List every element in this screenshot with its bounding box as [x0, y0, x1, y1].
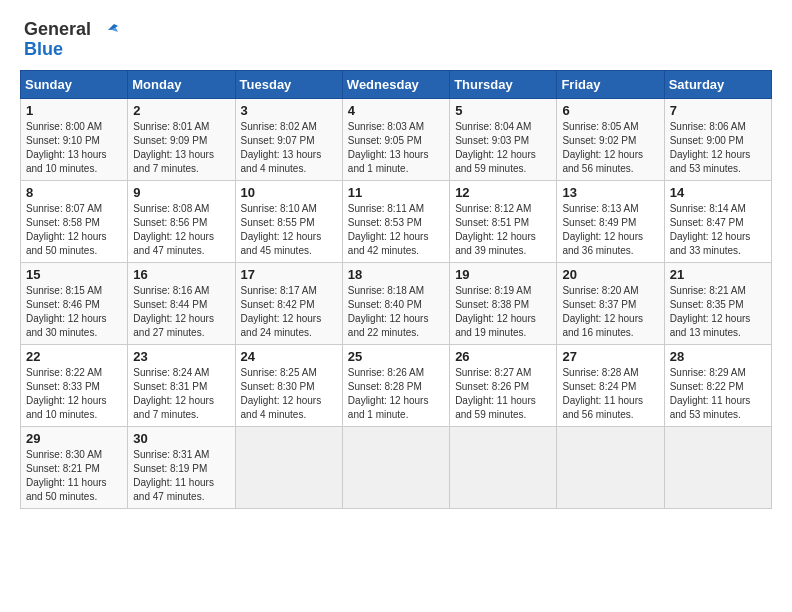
calendar-day-cell: 11Sunrise: 8:11 AMSunset: 8:53 PMDayligh… [342, 180, 449, 262]
day-number: 26 [455, 349, 551, 364]
day-number: 2 [133, 103, 229, 118]
calendar-day-cell: 23Sunrise: 8:24 AMSunset: 8:31 PMDayligh… [128, 344, 235, 426]
calendar-day-cell: 20Sunrise: 8:20 AMSunset: 8:37 PMDayligh… [557, 262, 664, 344]
day-info: Sunrise: 8:04 AMSunset: 9:03 PMDaylight:… [455, 120, 551, 176]
calendar-day-cell: 28Sunrise: 8:29 AMSunset: 8:22 PMDayligh… [664, 344, 771, 426]
day-number: 23 [133, 349, 229, 364]
day-number: 14 [670, 185, 766, 200]
header-monday: Monday [128, 70, 235, 98]
day-info: Sunrise: 8:30 AMSunset: 8:21 PMDaylight:… [26, 448, 122, 504]
day-info: Sunrise: 8:27 AMSunset: 8:26 PMDaylight:… [455, 366, 551, 422]
header-thursday: Thursday [450, 70, 557, 98]
calendar-day-cell: 6Sunrise: 8:05 AMSunset: 9:02 PMDaylight… [557, 98, 664, 180]
day-info: Sunrise: 8:25 AMSunset: 8:30 PMDaylight:… [241, 366, 337, 422]
calendar-day-cell: 18Sunrise: 8:18 AMSunset: 8:40 PMDayligh… [342, 262, 449, 344]
calendar-day-cell: 19Sunrise: 8:19 AMSunset: 8:38 PMDayligh… [450, 262, 557, 344]
day-info: Sunrise: 8:00 AMSunset: 9:10 PMDaylight:… [26, 120, 122, 176]
logo-blue: Blue [24, 40, 118, 60]
calendar-body: 1Sunrise: 8:00 AMSunset: 9:10 PMDaylight… [21, 98, 772, 508]
day-info: Sunrise: 8:14 AMSunset: 8:47 PMDaylight:… [670, 202, 766, 258]
calendar-week-row: 8Sunrise: 8:07 AMSunset: 8:58 PMDaylight… [21, 180, 772, 262]
calendar-day-cell: 8Sunrise: 8:07 AMSunset: 8:58 PMDaylight… [21, 180, 128, 262]
calendar-day-cell: 7Sunrise: 8:06 AMSunset: 9:00 PMDaylight… [664, 98, 771, 180]
calendar-day-cell [664, 426, 771, 508]
day-number: 12 [455, 185, 551, 200]
day-info: Sunrise: 8:22 AMSunset: 8:33 PMDaylight:… [26, 366, 122, 422]
calendar-day-cell: 30Sunrise: 8:31 AMSunset: 8:19 PMDayligh… [128, 426, 235, 508]
calendar-header-row: SundayMondayTuesdayWednesdayThursdayFrid… [21, 70, 772, 98]
day-info: Sunrise: 8:05 AMSunset: 9:02 PMDaylight:… [562, 120, 658, 176]
day-number: 19 [455, 267, 551, 282]
day-info: Sunrise: 8:31 AMSunset: 8:19 PMDaylight:… [133, 448, 229, 504]
day-number: 4 [348, 103, 444, 118]
calendar-day-cell: 16Sunrise: 8:16 AMSunset: 8:44 PMDayligh… [128, 262, 235, 344]
logo-general: General [24, 20, 118, 40]
calendar-week-row: 22Sunrise: 8:22 AMSunset: 8:33 PMDayligh… [21, 344, 772, 426]
calendar-day-cell [342, 426, 449, 508]
calendar-day-cell: 17Sunrise: 8:17 AMSunset: 8:42 PMDayligh… [235, 262, 342, 344]
day-info: Sunrise: 8:17 AMSunset: 8:42 PMDaylight:… [241, 284, 337, 340]
calendar-week-row: 29Sunrise: 8:30 AMSunset: 8:21 PMDayligh… [21, 426, 772, 508]
day-info: Sunrise: 8:28 AMSunset: 8:24 PMDaylight:… [562, 366, 658, 422]
header-tuesday: Tuesday [235, 70, 342, 98]
calendar-day-cell: 9Sunrise: 8:08 AMSunset: 8:56 PMDaylight… [128, 180, 235, 262]
day-number: 29 [26, 431, 122, 446]
day-number: 17 [241, 267, 337, 282]
day-info: Sunrise: 8:16 AMSunset: 8:44 PMDaylight:… [133, 284, 229, 340]
calendar-day-cell: 25Sunrise: 8:26 AMSunset: 8:28 PMDayligh… [342, 344, 449, 426]
day-number: 8 [26, 185, 122, 200]
day-info: Sunrise: 8:11 AMSunset: 8:53 PMDaylight:… [348, 202, 444, 258]
calendar-day-cell: 22Sunrise: 8:22 AMSunset: 8:33 PMDayligh… [21, 344, 128, 426]
day-number: 7 [670, 103, 766, 118]
day-info: Sunrise: 8:02 AMSunset: 9:07 PMDaylight:… [241, 120, 337, 176]
day-info: Sunrise: 8:19 AMSunset: 8:38 PMDaylight:… [455, 284, 551, 340]
calendar-day-cell: 5Sunrise: 8:04 AMSunset: 9:03 PMDaylight… [450, 98, 557, 180]
header-friday: Friday [557, 70, 664, 98]
day-number: 9 [133, 185, 229, 200]
calendar-day-cell: 21Sunrise: 8:21 AMSunset: 8:35 PMDayligh… [664, 262, 771, 344]
logo-bird-icon [98, 22, 118, 38]
day-info: Sunrise: 8:03 AMSunset: 9:05 PMDaylight:… [348, 120, 444, 176]
header-wednesday: Wednesday [342, 70, 449, 98]
day-info: Sunrise: 8:13 AMSunset: 8:49 PMDaylight:… [562, 202, 658, 258]
calendar-day-cell [450, 426, 557, 508]
day-number: 1 [26, 103, 122, 118]
day-info: Sunrise: 8:20 AMSunset: 8:37 PMDaylight:… [562, 284, 658, 340]
day-number: 5 [455, 103, 551, 118]
day-number: 3 [241, 103, 337, 118]
header-sunday: Sunday [21, 70, 128, 98]
day-info: Sunrise: 8:10 AMSunset: 8:55 PMDaylight:… [241, 202, 337, 258]
calendar-day-cell: 1Sunrise: 8:00 AMSunset: 9:10 PMDaylight… [21, 98, 128, 180]
calendar-day-cell: 13Sunrise: 8:13 AMSunset: 8:49 PMDayligh… [557, 180, 664, 262]
logo: General Blue General Blue [20, 20, 118, 60]
day-info: Sunrise: 8:18 AMSunset: 8:40 PMDaylight:… [348, 284, 444, 340]
calendar-day-cell: 15Sunrise: 8:15 AMSunset: 8:46 PMDayligh… [21, 262, 128, 344]
calendar-week-row: 15Sunrise: 8:15 AMSunset: 8:46 PMDayligh… [21, 262, 772, 344]
calendar-day-cell [557, 426, 664, 508]
calendar-day-cell [235, 426, 342, 508]
calendar-day-cell: 24Sunrise: 8:25 AMSunset: 8:30 PMDayligh… [235, 344, 342, 426]
day-number: 18 [348, 267, 444, 282]
day-info: Sunrise: 8:12 AMSunset: 8:51 PMDaylight:… [455, 202, 551, 258]
day-number: 10 [241, 185, 337, 200]
calendar-day-cell: 12Sunrise: 8:12 AMSunset: 8:51 PMDayligh… [450, 180, 557, 262]
day-info: Sunrise: 8:24 AMSunset: 8:31 PMDaylight:… [133, 366, 229, 422]
day-info: Sunrise: 8:07 AMSunset: 8:58 PMDaylight:… [26, 202, 122, 258]
day-number: 25 [348, 349, 444, 364]
day-number: 20 [562, 267, 658, 282]
day-number: 6 [562, 103, 658, 118]
day-info: Sunrise: 8:15 AMSunset: 8:46 PMDaylight:… [26, 284, 122, 340]
calendar-day-cell: 26Sunrise: 8:27 AMSunset: 8:26 PMDayligh… [450, 344, 557, 426]
day-number: 28 [670, 349, 766, 364]
day-info: Sunrise: 8:06 AMSunset: 9:00 PMDaylight:… [670, 120, 766, 176]
day-info: Sunrise: 8:21 AMSunset: 8:35 PMDaylight:… [670, 284, 766, 340]
day-number: 21 [670, 267, 766, 282]
calendar-day-cell: 10Sunrise: 8:10 AMSunset: 8:55 PMDayligh… [235, 180, 342, 262]
day-number: 24 [241, 349, 337, 364]
day-info: Sunrise: 8:26 AMSunset: 8:28 PMDaylight:… [348, 366, 444, 422]
calendar-table: SundayMondayTuesdayWednesdayThursdayFrid… [20, 70, 772, 509]
day-info: Sunrise: 8:29 AMSunset: 8:22 PMDaylight:… [670, 366, 766, 422]
day-number: 16 [133, 267, 229, 282]
page-header: General Blue General Blue [20, 20, 772, 60]
day-number: 27 [562, 349, 658, 364]
